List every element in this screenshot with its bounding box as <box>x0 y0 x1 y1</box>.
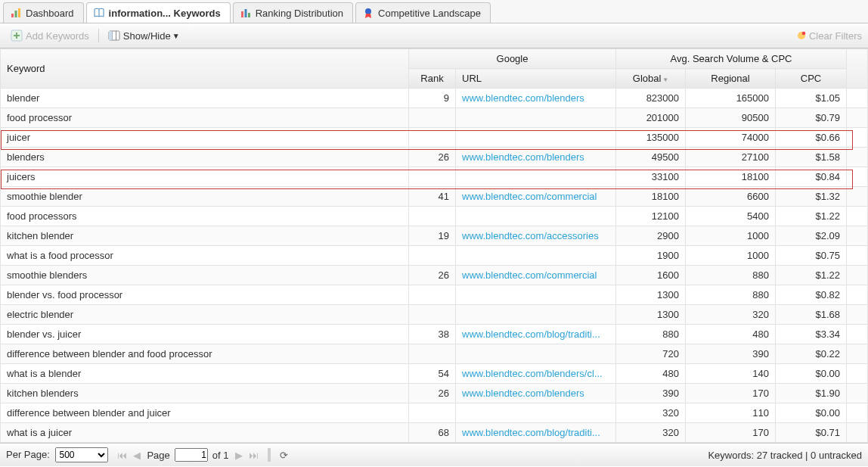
table-row[interactable]: food processors121005400$1.22 <box>1 207 868 226</box>
cell-regional: 110 <box>686 403 776 423</box>
columns-icon <box>108 30 120 42</box>
toolbar: Add Keywords Show/Hide ▼ Clear Filters <box>0 23 868 48</box>
cell-rank <box>409 108 456 128</box>
url-link[interactable]: www.blendtec.com/accessories <box>462 230 599 241</box>
header-global[interactable]: Global▼ <box>616 69 686 89</box>
cell-end <box>847 266 868 285</box>
table-row[interactable]: difference between blender and juicer320… <box>1 403 868 423</box>
header-group-avg: Avg. Search Volume & CPC <box>616 49 847 69</box>
cell-global: 18100 <box>616 187 686 207</box>
table-row[interactable]: food processor20100090500$0.79 <box>1 108 868 128</box>
cell-rank: 68 <box>409 423 456 443</box>
svg-rect-2 <box>18 8 20 17</box>
per-page-label: Per Page: <box>6 449 50 460</box>
url-link[interactable]: www.blendtec.com/blenders/cl... <box>462 368 603 379</box>
cell-rank <box>409 305 456 325</box>
page-input[interactable] <box>175 448 208 462</box>
tab-bars[interactable]: Ranking Distribution <box>233 2 353 23</box>
cell-global: 1900 <box>616 246 686 266</box>
page-nav: ⏮ ◀ Page of 1 ▶ ⏭ ⟳ <box>116 448 289 462</box>
cell-keyword: difference between blender and juicer <box>1 403 409 423</box>
url-link[interactable]: www.blendtec.com/blenders <box>462 92 584 104</box>
url-link[interactable]: www.blendtec.com/blog/traditi... <box>462 427 600 438</box>
cell-keyword: smoothie blender <box>1 187 409 207</box>
cell-end <box>847 423 868 443</box>
svg-point-14 <box>802 32 806 36</box>
tab-dashboard[interactable]: Dashboard <box>3 2 84 23</box>
table-row[interactable]: juicer13500074000$0.66 <box>1 128 868 148</box>
cell-end <box>847 325 868 344</box>
cell-rank <box>409 246 456 266</box>
table-row[interactable]: blender9www.blendtec.com/blenders8230001… <box>1 89 868 108</box>
table-row[interactable]: juicers3310018100$0.84 <box>1 167 868 187</box>
last-page-icon[interactable]: ⏭ <box>247 450 260 461</box>
cell-regional: 390 <box>686 344 776 364</box>
table-row[interactable]: kitchen blenders26www.blendtec.com/blend… <box>1 384 868 403</box>
svg-rect-1 <box>15 11 17 17</box>
page-label: Page <box>145 450 171 461</box>
url-link[interactable]: www.blendtec.com/commercial <box>462 269 597 281</box>
cell-rank <box>409 207 456 226</box>
table-row[interactable]: blender vs. food processor1300880$0.82 <box>1 285 868 305</box>
prev-page-icon[interactable]: ◀ <box>132 450 142 461</box>
table-row[interactable]: kitchen blender19www.blendtec.com/access… <box>1 226 868 246</box>
refresh-icon[interactable]: ⟳ <box>278 450 290 461</box>
header-regional[interactable]: Regional <box>686 69 776 89</box>
header-cpc[interactable]: CPC <box>776 69 847 89</box>
table-row[interactable]: smoothie blender41www.blendtec.com/comme… <box>1 187 868 207</box>
cell-regional: 480 <box>686 325 776 344</box>
cell-url: www.blendtec.com/commercial <box>456 187 616 207</box>
cell-rank <box>409 167 456 187</box>
cell-keyword: blender vs. food processor <box>1 285 409 305</box>
table-row[interactable]: what is a food processor19001000$0.75 <box>1 246 868 266</box>
cell-cpc: $0.79 <box>776 108 847 128</box>
cell-url: www.blendtec.com/blenders/cl... <box>456 364 616 384</box>
add-keywords-button[interactable]: Add Keywords <box>6 28 94 43</box>
table-row[interactable]: blenders26www.blendtec.com/blenders49500… <box>1 148 868 167</box>
header-url[interactable]: URL <box>456 69 616 89</box>
header-keyword[interactable]: Keyword <box>1 49 409 89</box>
tab-ribbon[interactable]: Competitive Landscape <box>355 2 491 23</box>
table-row[interactable]: what is a juicer68www.blendtec.com/blog/… <box>1 423 868 443</box>
next-page-icon[interactable]: ▶ <box>234 450 244 461</box>
cell-cpc: $1.68 <box>776 305 847 325</box>
url-link[interactable]: www.blendtec.com/commercial <box>462 191 597 202</box>
cell-keyword: what is a blender <box>1 364 409 384</box>
cell-keyword: food processor <box>1 108 409 128</box>
url-link[interactable]: www.blendtec.com/blenders <box>462 151 584 163</box>
show-hide-button[interactable]: Show/Hide ▼ <box>104 28 184 43</box>
table-row[interactable]: smoothie blenders26www.blendtec.com/comm… <box>1 266 868 285</box>
cell-end <box>847 89 868 108</box>
cell-end <box>847 167 868 187</box>
cell-url <box>456 167 616 187</box>
cell-global: 201000 <box>616 108 686 128</box>
clear-filters-button[interactable]: Clear Filters <box>796 30 862 42</box>
header-rank[interactable]: Rank <box>409 69 456 89</box>
cell-global: 1300 <box>616 285 686 305</box>
cell-end <box>847 187 868 207</box>
cell-url <box>456 344 616 364</box>
cell-regional: 170 <box>686 384 776 403</box>
cell-rank: 26 <box>409 384 456 403</box>
table-row[interactable]: blender vs. juicer38www.blendtec.com/blo… <box>1 325 868 344</box>
cell-global: 33100 <box>616 167 686 187</box>
svg-rect-4 <box>241 11 243 17</box>
cell-end <box>847 384 868 403</box>
first-page-icon[interactable]: ⏮ <box>116 450 129 461</box>
cell-cpc: $0.00 <box>776 403 847 423</box>
svg-point-7 <box>365 8 371 14</box>
table-row[interactable]: difference between blender and food proc… <box>1 344 868 364</box>
separator <box>268 448 271 462</box>
cell-end <box>847 285 868 305</box>
url-link[interactable]: www.blendtec.com/blog/traditi... <box>462 328 600 340</box>
cell-url: www.blendtec.com/blog/traditi... <box>456 325 616 344</box>
url-link[interactable]: www.blendtec.com/blenders <box>462 388 584 399</box>
tab-book[interactable]: information... Keywords <box>86 2 231 23</box>
per-page-select[interactable]: 500 <box>55 447 108 462</box>
cell-cpc: $1.90 <box>776 384 847 403</box>
cell-regional: 5400 <box>686 207 776 226</box>
table-row[interactable]: electric blender1300320$1.68 <box>1 305 868 325</box>
table-row[interactable]: what is a blender54www.blendtec.com/blen… <box>1 364 868 384</box>
tab-label: Dashboard <box>26 8 74 19</box>
cell-cpc: $0.00 <box>776 364 847 384</box>
